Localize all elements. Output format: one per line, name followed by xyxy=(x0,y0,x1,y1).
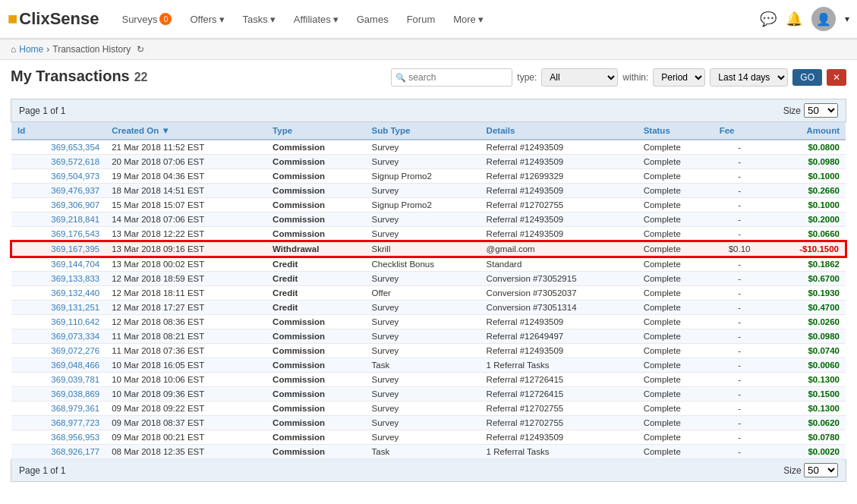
forum-label: Forum xyxy=(407,14,436,25)
nav-affiliates[interactable]: Affiliates ▾ xyxy=(286,9,346,30)
cell-sub-type: Survey xyxy=(366,301,480,315)
sort-details[interactable]: Details xyxy=(487,126,515,135)
col-status: Status xyxy=(638,122,714,140)
cell-created-on: 12 Mar 2018 17:27 EST xyxy=(106,301,266,315)
period-select[interactable]: Period xyxy=(653,68,705,87)
sort-status[interactable]: Status xyxy=(644,126,670,135)
sort-fee[interactable]: Fee xyxy=(720,126,735,135)
table-row: 369,072,276 11 Mar 2018 07:36 EST Commis… xyxy=(11,344,846,358)
cell-status: Complete xyxy=(638,402,714,416)
clear-button[interactable]: ✕ xyxy=(827,69,846,86)
notifications-button[interactable]: 🔔 xyxy=(786,11,802,27)
cell-status: Complete xyxy=(638,155,714,169)
sort-created-on[interactable]: Created On ▼ xyxy=(112,126,170,135)
table-row: 369,038,869 10 Mar 2018 09:36 EST Commis… xyxy=(11,387,846,402)
size-select-top[interactable]: 50 25 100 xyxy=(804,103,838,118)
cell-id: 369,476,937 xyxy=(11,184,106,198)
messages-button[interactable]: 💬 xyxy=(760,11,777,27)
cell-amount: $0.0020 xyxy=(765,445,846,459)
main-content: My Transactions 22 🔍 type: All Commissio… xyxy=(0,60,857,490)
avatar[interactable]: 👤 xyxy=(811,7,836,31)
search-input[interactable] xyxy=(391,68,512,87)
cell-status: Complete xyxy=(638,358,714,373)
cell-status: Complete xyxy=(638,169,714,184)
top-pager-text: Page 1 of 1 xyxy=(19,106,65,116)
cell-fee: $0.10 xyxy=(714,241,766,257)
table-row: 369,048,466 10 Mar 2018 16:05 EST Commis… xyxy=(11,358,846,373)
cell-fee: - xyxy=(714,373,766,387)
nav-offers[interactable]: Offers ▾ xyxy=(182,9,232,30)
go-button[interactable]: GO xyxy=(792,69,822,86)
cell-type: Commission xyxy=(266,227,365,242)
cell-details: @gmail.com xyxy=(480,241,638,257)
cell-created-on: 12 Mar 2018 18:11 EST xyxy=(106,286,266,301)
cell-details: Conversion #73052915 xyxy=(480,272,638,286)
cell-type: Commission xyxy=(266,373,365,387)
cell-status: Complete xyxy=(638,198,714,213)
cell-created-on: 10 Mar 2018 16:05 EST xyxy=(106,358,266,373)
size-select-bottom[interactable]: 50 25 100 xyxy=(804,463,838,477)
surveys-label: Surveys xyxy=(121,14,157,25)
type-select[interactable]: All Commission Credit Withdrawal xyxy=(541,68,618,87)
cell-amount: $0.1862 xyxy=(765,257,846,272)
sort-id[interactable]: Id xyxy=(17,126,25,135)
sort-type[interactable]: Type xyxy=(273,126,292,135)
cell-details: Referral #12702755 xyxy=(480,416,638,430)
brand-logo[interactable]: ■ ClixSense xyxy=(8,9,99,29)
sort-amount[interactable]: Amount xyxy=(807,126,840,135)
nav-tasks[interactable]: Tasks ▾ xyxy=(235,9,283,30)
user-chevron[interactable]: ▾ xyxy=(845,14,849,24)
cell-type: Commission xyxy=(266,416,365,430)
size-label-bottom: Size xyxy=(783,465,801,476)
cell-details: Referral #12493509 xyxy=(480,430,638,445)
cell-id: 369,572,618 xyxy=(11,155,106,169)
cell-details: Conversion #73051314 xyxy=(480,301,638,315)
table-row: 369,073,334 11 Mar 2018 08:21 EST Commis… xyxy=(11,329,846,344)
cell-id: 369,653,354 xyxy=(11,140,106,155)
table-row: 369,476,937 18 Mar 2018 14:51 EST Commis… xyxy=(11,184,846,198)
nav-more[interactable]: More ▾ xyxy=(446,9,491,30)
breadcrumb-home[interactable]: Home xyxy=(19,44,43,55)
cell-details: Referral #12493509 xyxy=(480,140,638,155)
cell-id: 368,977,723 xyxy=(11,416,106,430)
table-row: 368,956,953 09 Mar 2018 00:21 EST Commis… xyxy=(11,430,846,445)
cell-fee: - xyxy=(714,169,766,184)
cell-fee: - xyxy=(714,445,766,459)
offers-chevron: ▾ xyxy=(219,14,225,25)
cell-details: Referral #12493509 xyxy=(480,227,638,242)
page-title: My Transactions 22 xyxy=(11,68,148,85)
sort-sub-type[interactable]: Sub Type xyxy=(372,126,411,135)
cell-details: Referral #12493509 xyxy=(480,213,638,227)
cell-status: Complete xyxy=(638,241,714,257)
cell-fee: - xyxy=(714,387,766,402)
cell-amount: $0.2000 xyxy=(765,213,846,227)
cell-id: 369,132,440 xyxy=(11,286,106,301)
games-label: Games xyxy=(357,14,389,25)
cell-status: Complete xyxy=(638,373,714,387)
nav-games[interactable]: Games xyxy=(349,9,396,30)
cell-status: Complete xyxy=(638,387,714,402)
table-row: 368,977,723 09 Mar 2018 08:37 EST Commis… xyxy=(11,416,846,430)
refresh-icon[interactable]: ↻ xyxy=(137,44,144,55)
nav-surveys[interactable]: Surveys 0 xyxy=(114,8,179,30)
cell-type: Withdrawal xyxy=(266,241,365,257)
table-row: 369,133,833 12 Mar 2018 18:59 EST Credit… xyxy=(11,272,846,286)
more-label: More xyxy=(453,14,476,25)
table-row: 369,653,354 21 Mar 2018 11:52 EST Commis… xyxy=(11,140,846,155)
cell-fee: - xyxy=(714,329,766,344)
cell-details: Referral #12493509 xyxy=(480,344,638,358)
table-row: 368,979,361 09 Mar 2018 09:22 EST Commis… xyxy=(11,402,846,416)
date-range-select[interactable]: Last 14 days Last 30 days Last 7 days xyxy=(710,68,788,87)
cell-type: Commission xyxy=(266,169,365,184)
cell-sub-type: Survey xyxy=(366,373,480,387)
table-row: 369,039,781 10 Mar 2018 10:06 EST Commis… xyxy=(11,373,846,387)
cell-created-on: 20 Mar 2018 07:06 EST xyxy=(106,155,266,169)
table-row: 369,572,618 20 Mar 2018 07:06 EST Commis… xyxy=(11,155,846,169)
cell-status: Complete xyxy=(638,140,714,155)
cell-fee: - xyxy=(714,272,766,286)
cell-fee: - xyxy=(714,430,766,445)
nav-forum[interactable]: Forum xyxy=(399,9,443,30)
affiliates-label: Affiliates xyxy=(294,14,331,25)
cell-type: Commission xyxy=(266,184,365,198)
cell-status: Complete xyxy=(638,301,714,315)
